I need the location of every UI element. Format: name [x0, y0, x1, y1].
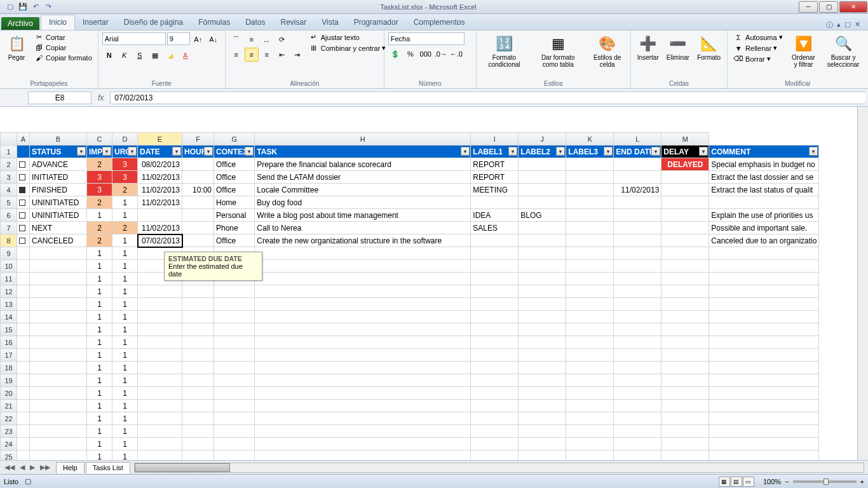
cell[interactable]: [661, 209, 709, 222]
cell[interactable]: [182, 323, 214, 336]
cell[interactable]: REPORT: [471, 171, 519, 184]
format-painter-button[interactable]: 🖌Copiar formato: [32, 53, 94, 62]
sheet-last-icon[interactable]: ▶▶: [38, 463, 52, 471]
table-header-cell[interactable]: LABEL2▾: [519, 146, 566, 158]
cell[interactable]: [566, 209, 614, 222]
cell[interactable]: 1: [87, 285, 112, 298]
table-header-cell[interactable]: COMMENT▾: [709, 146, 819, 158]
cell[interactable]: [214, 298, 255, 311]
cell[interactable]: [255, 438, 471, 451]
cell[interactable]: [614, 311, 661, 323]
cell[interactable]: [138, 400, 182, 412]
cell[interactable]: 1: [87, 374, 112, 387]
table-header-cell[interactable]: TASK▾: [255, 146, 471, 158]
cell[interactable]: [709, 374, 819, 387]
cell[interactable]: 1: [112, 349, 138, 362]
cell[interactable]: [614, 234, 661, 247]
tab-file[interactable]: Archivo: [1, 17, 39, 30]
tab-complementos[interactable]: Complementos: [406, 15, 473, 30]
cell[interactable]: [214, 323, 255, 336]
select-all-cell[interactable]: [1, 133, 17, 146]
table-header-cell[interactable]: LABEL3▾: [566, 146, 614, 158]
cell[interactable]: [566, 171, 614, 184]
cell[interactable]: [182, 362, 214, 374]
cell[interactable]: [614, 298, 661, 311]
cell[interactable]: REPORT: [471, 158, 519, 171]
row-header[interactable]: 12: [1, 285, 17, 298]
fill-button[interactable]: ▼Rellenar ▾: [731, 43, 785, 53]
cell[interactable]: [17, 298, 30, 311]
conditional-format-button[interactable]: 🔢Formato condicional: [480, 32, 528, 69]
cell[interactable]: [30, 374, 87, 387]
cell[interactable]: [661, 171, 709, 184]
cell[interactable]: 11/02/2013: [614, 184, 661, 196]
cell[interactable]: [566, 158, 614, 171]
cell[interactable]: BLOG: [519, 209, 566, 222]
col-header[interactable]: B: [30, 133, 87, 146]
cut-button[interactable]: ✂Cortar: [32, 32, 94, 42]
cell[interactable]: [471, 196, 519, 209]
sort-filter-button[interactable]: 🔽Ordenar y filtrar: [787, 32, 820, 69]
cell[interactable]: [182, 438, 214, 451]
cell[interactable]: 1: [87, 438, 112, 451]
cell[interactable]: [519, 260, 566, 273]
cell[interactable]: [17, 260, 30, 273]
cell[interactable]: [566, 234, 614, 247]
cell[interactable]: [182, 234, 214, 247]
cell[interactable]: [566, 374, 614, 387]
cell[interactable]: 3: [112, 171, 138, 184]
cell[interactable]: 3: [87, 184, 112, 196]
cell[interactable]: [138, 336, 182, 349]
cell[interactable]: MEETING: [471, 184, 519, 196]
cell[interactable]: [17, 412, 30, 425]
row-header[interactable]: 24: [1, 438, 17, 451]
cell[interactable]: 1: [87, 273, 112, 285]
cell[interactable]: Call to Nerea: [255, 222, 471, 234]
cell[interactable]: [30, 336, 87, 349]
cell[interactable]: [17, 349, 30, 362]
cell[interactable]: Send the LATAM dossier: [255, 171, 471, 184]
cell[interactable]: [614, 412, 661, 425]
cell[interactable]: 1: [112, 298, 138, 311]
row-header[interactable]: 20: [1, 387, 17, 400]
cell[interactable]: [709, 336, 819, 349]
clear-button[interactable]: ⌫Borrar ▾: [731, 54, 785, 64]
align-center-icon[interactable]: ≡: [245, 48, 259, 62]
cell[interactable]: [471, 234, 519, 247]
col-header[interactable]: L: [614, 133, 661, 146]
cell[interactable]: [709, 247, 819, 260]
cell[interactable]: 1: [112, 374, 138, 387]
cell[interactable]: 1: [112, 336, 138, 349]
cell[interactable]: [471, 349, 519, 362]
cell[interactable]: [17, 451, 30, 461]
cell[interactable]: 11/02/2013: [138, 184, 182, 196]
close-workbook-icon[interactable]: ✕: [855, 20, 860, 30]
cell[interactable]: [566, 260, 614, 273]
cell[interactable]: [471, 285, 519, 298]
cell[interactable]: [182, 222, 214, 234]
cell[interactable]: [255, 412, 471, 425]
cell[interactable]: [519, 158, 566, 171]
cell[interactable]: 1: [112, 196, 138, 209]
cell[interactable]: Canceled due to an organizatio: [709, 234, 819, 247]
table-header-cell[interactable]: LABEL1▾: [471, 146, 519, 158]
cell[interactable]: Write a blog post about time management: [255, 209, 471, 222]
cell[interactable]: [566, 451, 614, 461]
cell[interactable]: [255, 273, 471, 285]
cell[interactable]: 2: [112, 184, 138, 196]
filter-dropdown-icon[interactable]: ▾: [809, 147, 818, 156]
cell[interactable]: 1: [87, 362, 112, 374]
cell[interactable]: [17, 323, 30, 336]
cell[interactable]: Special emphasis in budget no: [709, 158, 819, 171]
cell[interactable]: [661, 451, 709, 461]
cell[interactable]: [138, 374, 182, 387]
copy-button[interactable]: 🗐Copiar: [32, 43, 94, 52]
cell[interactable]: [255, 387, 471, 400]
cell[interactable]: UNINITIATED: [30, 196, 87, 209]
row-header[interactable]: 11: [1, 273, 17, 285]
cell[interactable]: [471, 425, 519, 438]
cell[interactable]: [30, 247, 87, 260]
cell[interactable]: [471, 438, 519, 451]
border-button[interactable]: ▦: [148, 48, 162, 62]
cell[interactable]: 2: [87, 158, 112, 171]
